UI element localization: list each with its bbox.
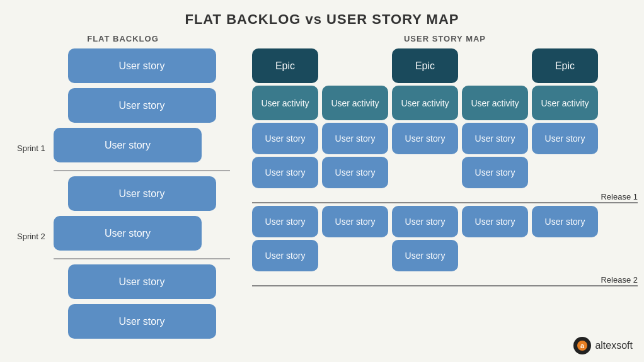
sprint2-line: [54, 258, 230, 259]
backlog-story-2[interactable]: User story: [54, 128, 202, 162]
map-story-r1-0-2[interactable]: User story: [392, 123, 458, 154]
map-story-r2-0-4[interactable]: User story: [532, 206, 598, 237]
altexsoft-logo-svg: a: [577, 340, 588, 351]
logo-icon: a: [573, 337, 591, 354]
map-story-r1-0-3[interactable]: User story: [462, 123, 528, 154]
map-story-empty-2-1-3: [462, 240, 528, 271]
epic-row: Epic Epic Epic: [252, 48, 638, 83]
map-story-empty-1-1-2: [392, 157, 458, 188]
map-story-r2-0-2[interactable]: User story: [392, 206, 458, 237]
story-row-1-1: User story User story User story: [252, 157, 638, 188]
map-story-r1-0-1[interactable]: User story: [322, 123, 388, 154]
story-map-section: USER STORY MAP Epic Epic Epic User activ…: [239, 34, 638, 362]
map-story-r2-1-2[interactable]: User story: [392, 240, 458, 271]
svg-text:a: a: [580, 342, 585, 349]
activity-row: User activity User activity User activit…: [252, 86, 638, 120]
map-story-r2-0-1[interactable]: User story: [322, 206, 388, 237]
backlog-story-1[interactable]: User story: [68, 88, 216, 123]
activity-3[interactable]: User activity: [462, 86, 528, 120]
backlog-story-4[interactable]: User story: [54, 216, 202, 251]
logo: a altexsoft: [573, 337, 633, 354]
release2-label: Release 2: [601, 275, 638, 285]
release1-line: [252, 202, 638, 203]
map-story-r1-1-3[interactable]: User story: [462, 157, 528, 188]
map-story-r2-1-0[interactable]: User story: [252, 240, 318, 271]
backlog-items-list: User story User story Sprint 1 User stor…: [6, 48, 239, 344]
story-map-title: USER STORY MAP: [252, 34, 638, 43]
map-story-r1-1-1[interactable]: User story: [322, 157, 388, 188]
activity-1[interactable]: User activity: [322, 86, 388, 120]
release2-container: Release 2: [252, 274, 638, 286]
backlog-story-5[interactable]: User story: [68, 264, 216, 299]
map-story-r2-0-3[interactable]: User story: [462, 206, 528, 237]
sprint2-label: Sprint 2: [17, 231, 45, 240]
backlog-story-0[interactable]: User story: [68, 48, 216, 83]
backlog-story-3[interactable]: User story: [68, 176, 216, 211]
story-row-2-0: User story User story User story User st…: [252, 206, 638, 237]
epic-0[interactable]: Epic: [252, 48, 318, 83]
activity-2[interactable]: User activity: [392, 86, 458, 120]
sprint1-label: Sprint 1: [17, 143, 45, 152]
epic-2[interactable]: Epic: [392, 48, 458, 83]
map-story-r1-1-0[interactable]: User story: [252, 157, 318, 188]
map-story-r2-0-0[interactable]: User story: [252, 206, 318, 237]
activity-4[interactable]: User activity: [532, 86, 598, 120]
activity-0[interactable]: User activity: [252, 86, 318, 120]
map-story-r1-0-0[interactable]: User story: [252, 123, 318, 154]
release1-container: Release 1: [252, 191, 638, 203]
map-story-empty-2-1-4: [532, 240, 598, 271]
story-row-2-1: User story User story: [252, 240, 638, 271]
map-story-empty-2-1-1: [322, 240, 388, 271]
epic-4[interactable]: Epic: [532, 48, 598, 83]
story-map-grid: Epic Epic Epic User activity User activi…: [252, 48, 638, 286]
backlog-story-6[interactable]: User story: [68, 304, 216, 339]
map-story-r1-0-4[interactable]: User story: [532, 123, 598, 154]
logo-text: altexsoft: [595, 340, 633, 351]
flat-backlog-title: FLAT BACKLOG: [6, 34, 239, 43]
release1-label: Release 1: [601, 192, 638, 201]
release2-line: [252, 285, 638, 286]
page-title: FLAT BACKLOG vs USER STORY MAP: [0, 0, 644, 28]
sprint1-line: [54, 170, 230, 171]
map-story-empty-1-1-4: [532, 157, 598, 188]
flat-backlog-section: FLAT BACKLOG User story User story Sprin…: [6, 34, 239, 362]
story-row-1-0: User story User story User story User st…: [252, 123, 638, 154]
